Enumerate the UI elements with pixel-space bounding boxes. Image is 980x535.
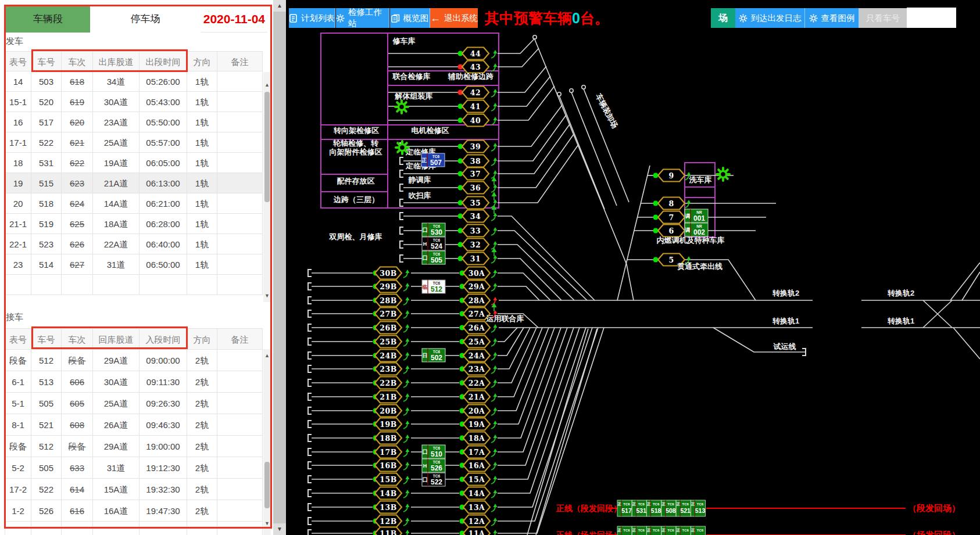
only-car-number-button[interactable]: 只看车号 <box>859 8 907 28</box>
track-number-badge-25A[interactable]: 25A <box>463 336 490 348</box>
track-number-badge-20A[interactable]: 20A <box>463 405 490 417</box>
mainline-train-badge[interactable]: 正TC6 <box>691 526 706 535</box>
track-number-badge-16B[interactable]: 16B <box>375 459 402 472</box>
track-number-badge-43[interactable]: 43 <box>462 61 489 73</box>
arrive-row[interactable]: 段备512段备29A道19:00:002轨 <box>5 436 263 457</box>
track-number-badge-8[interactable]: 8 <box>658 198 685 210</box>
mainline-train-badge[interactable]: 正TC6 <box>675 526 691 535</box>
track-number-badge-30B[interactable]: 30B <box>375 267 402 279</box>
depart-row[interactable]: 15-152061930A道05:43:001轨 <box>5 92 263 112</box>
train-badge-522[interactable]: 囗TC6522 <box>422 473 445 486</box>
train-badge-524[interactable]: HTC6524 <box>422 237 445 250</box>
gear-status-icon[interactable] <box>396 141 409 154</box>
plan-list-button[interactable]: 计划列表 <box>289 8 335 28</box>
mainline-train-badge-518[interactable]: 正TC6518 <box>646 500 661 516</box>
track-number-badge-15B[interactable]: 15B <box>375 473 402 486</box>
mainline-train-badge[interactable]: 正TC6 <box>646 526 661 535</box>
track-number-badge-9[interactable]: 9 <box>658 170 685 182</box>
train-badge-502[interactable]: 日TC6502 <box>422 349 445 362</box>
depart-row[interactable]: 21-151962518A道06:28:001轨 <box>5 214 263 234</box>
arrive-scroll-down-icon[interactable]: ▼ <box>264 520 270 527</box>
track-number-badge-20B[interactable]: 20B <box>375 405 402 417</box>
track-number-badge-14A[interactable]: 14A <box>463 487 490 500</box>
arrive-row[interactable]: 5-250563331道19:12:302轨 <box>5 457 263 479</box>
track-number-badge-7[interactable]: 7 <box>658 211 685 224</box>
arrive-row[interactable]: 17-252261415A道19:32:302轨 <box>5 479 263 500</box>
tab-depot[interactable]: 车辆段 <box>6 6 90 33</box>
page-scrollbar[interactable]: ▲ ▼ <box>273 0 286 535</box>
track-number-badge-30A[interactable]: 30A <box>463 267 490 279</box>
depart-row[interactable]: 2351462731道06:50:001轨 <box>5 254 263 275</box>
mainline-train-badge-508[interactable]: 正TC6508 <box>661 500 676 516</box>
track-number-badge-22A[interactable]: 22A <box>463 377 490 389</box>
track-number-badge-21B[interactable]: 21B <box>375 391 402 403</box>
empty-row[interactable] <box>5 522 263 535</box>
train-badge-001[interactable]: 调NR001 <box>685 209 709 222</box>
page-scroll-down-icon[interactable]: ▼ <box>273 523 286 535</box>
track-number-badge-31[interactable]: 31 <box>462 253 489 265</box>
track-number-badge-13B[interactable]: 13B <box>375 501 402 514</box>
arrive-row[interactable]: 1-252661616A道19:47:302轨 <box>5 500 263 522</box>
train-badge-512[interactable]: 临TC6512 <box>422 280 445 293</box>
track-number-badge-6[interactable]: 6 <box>658 225 685 237</box>
track-number-badge-17A[interactable]: 17A <box>463 446 490 458</box>
track-number-badge-18B[interactable]: 18B <box>375 432 402 444</box>
track-number-badge-40[interactable]: 40 <box>462 114 489 127</box>
mainline-train-badge[interactable]: 正TC6 <box>661 526 676 535</box>
track-number-badge-34[interactable]: 34 <box>462 210 489 222</box>
track-number-badge-18A[interactable]: 18A <box>463 432 490 444</box>
track-number-badge-28A[interactable]: 28A <box>463 295 490 307</box>
arrival-departure-log-button[interactable]: 到达出发日志 <box>735 8 805 28</box>
maintenance-workstation-button[interactable]: 检修工作站 <box>336 8 389 28</box>
track-number-badge-26A[interactable]: 26A <box>463 322 490 334</box>
depart-scroll-down-icon[interactable]: ▼ <box>264 293 270 299</box>
track-number-badge-44[interactable]: 44 <box>462 48 489 60</box>
exit-system-button[interactable]: ← 退出系统 <box>430 8 478 28</box>
train-badge-526[interactable]: HTC6526 <box>422 459 445 472</box>
track-number-badge-39[interactable]: 39 <box>462 141 489 153</box>
depart-row[interactable]: 22-152362622A道06:40:001轨 <box>5 234 263 254</box>
depart-scroll-thumb[interactable] <box>264 92 270 202</box>
mainline-train-badge-521[interactable]: 正TC6521 <box>675 500 691 516</box>
depart-scroll-up-icon[interactable]: ▲ <box>264 82 270 88</box>
track-number-badge-27B[interactable]: 27B <box>375 308 402 320</box>
track-number-badge-25B[interactable]: 25B <box>375 336 402 348</box>
arrive-row[interactable]: 5-150560525A道09:26:302轨 <box>5 393 263 414</box>
depart-row[interactable]: 1853162219A道06:05:001轨 <box>5 153 263 173</box>
track-number-badge-41[interactable]: 41 <box>462 100 489 113</box>
mainline-train-badge[interactable]: 正TC6 <box>617 526 632 535</box>
overview-map-button[interactable]: 概览图 <box>390 8 430 28</box>
depart-row[interactable]: 2051862414A道06:21:001轨 <box>5 193 263 214</box>
track-number-badge-35[interactable]: 35 <box>462 197 489 209</box>
track-number-badge-29B[interactable]: 29B <box>375 281 402 293</box>
track-number-badge-38[interactable]: 38 <box>462 155 489 167</box>
train-badge-505[interactable]: 囗TC6505 <box>422 251 445 264</box>
train-badge-510[interactable]: 囗TC6510 <box>422 445 445 458</box>
track-number-badge-11B[interactable]: 11B <box>375 527 402 535</box>
arrive-scroll-thumb[interactable] <box>264 462 270 508</box>
track-number-badge-24A[interactable]: 24A <box>463 350 490 362</box>
track-number-badge-36[interactable]: 36 <box>462 182 489 194</box>
mainline-train-badge[interactable]: 正TC6 <box>632 526 647 535</box>
track-number-badge-22B[interactable]: 22B <box>375 377 402 389</box>
track-number-badge-37[interactable]: 37 <box>462 168 489 180</box>
track-number-badge-23B[interactable]: 23B <box>375 363 402 375</box>
depart-row[interactable]: 17-152262125A道05:57:001轨 <box>5 132 263 153</box>
tab-parking[interactable]: 停车场 <box>90 6 201 33</box>
track-number-badge-12B[interactable]: 12B <box>375 515 402 527</box>
track-number-badge-33[interactable]: 33 <box>462 225 489 237</box>
page-scroll-up-icon[interactable]: ▲ <box>273 0 286 12</box>
field-button[interactable]: 场 <box>711 8 735 28</box>
depart-row[interactable]: 1450361834道05:26:001轨 <box>5 71 263 92</box>
mainline-train-badge-513[interactable]: 正TC6513 <box>691 500 706 516</box>
track-number-badge-11A[interactable]: 11A <box>463 527 490 535</box>
arrive-row[interactable]: 8-152160826A道09:46:302轨 <box>5 414 263 436</box>
track-number-badge-12A[interactable]: 12A <box>463 515 490 527</box>
track-number-badge-15A[interactable]: 15A <box>463 473 490 486</box>
track-number-badge-19A[interactable]: 19A <box>463 418 490 430</box>
track-number-badge-21A[interactable]: 21A <box>463 391 490 403</box>
gear-status-icon[interactable] <box>717 168 729 181</box>
track-number-badge-42[interactable]: 42 <box>462 87 489 99</box>
mainline-train-badge-517[interactable]: 正TC6517 <box>617 500 632 516</box>
track-number-badge-19B[interactable]: 19B <box>375 418 402 430</box>
